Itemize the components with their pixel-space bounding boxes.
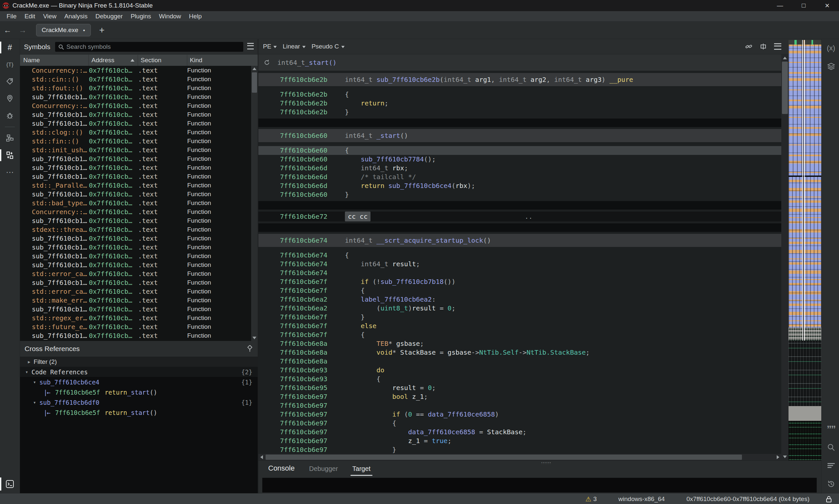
column-header-name[interactable]: Name [20,55,89,66]
minimize-button[interactable]: — [768,0,792,11]
code-line[interactable]: 7ff610cb6e97 if (0 == data_7ff610ce6858) [258,410,781,419]
symbol-row[interactable]: std::_Paralle…0x7ff610cb….textFunction [20,181,258,190]
tab-crackme[interactable]: CrackMe.exe ● [36,24,91,36]
menu-view[interactable]: View [39,11,60,21]
symbol-row[interactable]: std::make_err…0x7ff610cb….textFunction [20,296,258,305]
new-tab-button[interactable]: + [99,27,105,33]
symbol-row[interactable]: std::regex_er…0x7ff610cb….textFunction [20,313,258,322]
view-language-dropdown[interactable]: Pseudo C [311,43,347,50]
scroll-left-icon[interactable] [258,454,265,461]
scrollbar-thumb[interactable] [782,61,788,114]
symbols-panel-icon[interactable]: # [0,39,20,56]
status-warnings[interactable]: ⚠ 3 [585,495,597,503]
code-line[interactable]: 7ff610cb6e6d return sub_7ff610cb6ce4(rbx… [258,181,781,190]
scroll-right-icon[interactable] [775,454,781,461]
lock-icon[interactable] [826,496,832,503]
terminal-panel-icon[interactable] [0,475,20,493]
code-line[interactable]: 7ff610cb6e7f } [258,313,781,322]
code-line[interactable]: 7ff610cb6e2b{ [258,90,781,99]
menu-help[interactable]: Help [185,11,206,21]
code-line[interactable]: 7ff610cb6e8a void* StackBase = gsbase->N… [258,348,781,357]
code-line[interactable]: 7ff610cb6e97 z_1 = true; [258,436,781,445]
code-line[interactable]: 7ff610cb6e97 { [258,419,781,428]
symbol-row[interactable]: sub_7ff610cb1…0x7ff610cb….textFunction [20,260,258,269]
code-line[interactable]: 7ff610cb6e74 [258,269,781,277]
symbol-row[interactable]: Concurrency::…0x7ff610cb….textFunction [20,207,258,216]
log-panel-icon[interactable] [822,456,839,475]
menu-plugins[interactable]: Plugins [126,11,155,21]
code-line[interactable]: 7ff610cb6e95 result = 0; [258,383,781,392]
code-line[interactable]: 7ff610cb6e7f { [258,330,781,339]
menu-debugger[interactable]: Debugger [91,11,126,21]
xref-filter-row[interactable]: ▸Filter (2) [20,357,258,367]
scroll-up-icon[interactable] [251,66,258,72]
console-tab-console[interactable]: Console [268,464,295,474]
symbol-row[interactable]: std::init_ush…0x7ff610cb….textFunction [20,145,258,154]
find-panel-icon[interactable] [822,438,839,456]
variables-panel-icon[interactable]: (x) [822,39,839,57]
panel-resize-handle[interactable]: •••••••••••• [540,462,553,464]
symbol-row[interactable]: Concurrency::…0x7ff610cb….textFunction [20,101,258,110]
menu-edit[interactable]: Edit [21,11,39,21]
code-line[interactable]: 7ff610cb6e2b return; [258,99,781,108]
nav-forward-icon[interactable]: → [15,25,30,35]
code-line[interactable]: 7ff610cb6e97 bool z_1; [258,392,781,401]
symbol-row[interactable]: std::cin::()0x7ff610cb….textFunction [20,75,258,84]
code-line[interactable]: 7ff610cb6e6d /* tailcall */ [258,173,781,181]
symbols-scrollbar[interactable] [251,66,258,341]
status-platform[interactable]: windows-x86_64 [618,496,665,503]
scroll-down-icon[interactable] [251,335,258,341]
column-header-address[interactable]: Address [89,55,138,66]
view-layout-dropdown[interactable]: Linear [282,43,309,50]
symbol-row[interactable]: sub_7ff610cb1…0x7ff610cb….textFunction [20,305,258,313]
console-tab-debugger[interactable]: Debugger [309,465,338,474]
xref-function-row[interactable]: ▾sub_7ff610cb6ce4{1} [20,377,258,387]
tab-modified-dot[interactable]: ● [83,28,85,32]
symbol-row[interactable]: std::future_e…0x7ff610cb….textFunction [20,322,258,331]
view-options-menu-icon[interactable] [774,43,781,50]
symbol-row[interactable]: sub_7ff610cb1…0x7ff610cb….textFunction [20,163,258,172]
symbol-row[interactable]: stdext::threa…0x7ff610cb….textFunction [20,225,258,234]
code-line[interactable]: 7ff610cb6e2b} [258,108,781,116]
search-symbols-input[interactable]: Search symbols [55,42,243,52]
code-line[interactable]: 7ff610cb6e97 data_7ff610ce6858 = StackBa… [258,428,781,436]
symbol-row[interactable]: std::error_ca…0x7ff610cb….textFunction [20,287,258,296]
code-line[interactable]: 7ff610cb6e7f if (!sub_7ff610cb7b18()) [258,277,781,286]
symbol-row[interactable]: std::clog::()0x7ff610cb….textFunction [20,128,258,137]
code-line[interactable]: 7ff610cb6e6d int64_t rbx; [258,164,781,173]
symbol-row[interactable]: sub_7ff610cb1…0x7ff610cb….textFunction [20,331,258,340]
symbol-row[interactable]: std::bad_type…0x7ff610cb….textFunction [20,198,258,207]
symbol-row[interactable]: sub_7ff610cb1…0x7ff610cb….textFunction [20,154,258,163]
maximize-button[interactable]: □ [792,0,816,11]
xref-reference-row[interactable]: |←7ff610cb6e5freturn _start() [20,408,258,417]
code-line[interactable]: 7ff610cb6e60} [258,190,781,199]
code-line[interactable]: 7ff610cb6e93 do [258,366,781,375]
split-view-icon[interactable] [760,43,767,50]
symbol-row[interactable]: Concurrency::…0x7ff610cb….textFunction [20,66,258,75]
xref-reference-row[interactable]: |←7ff610cb6e5freturn _start() [20,387,258,397]
menu-analysis[interactable]: Analysis [60,11,91,21]
nav-back-icon[interactable]: ← [0,25,15,35]
stack-panel-icon[interactable] [822,57,839,76]
scroll-down-icon[interactable] [781,454,788,460]
horizontal-scrollbar[interactable] [258,454,781,461]
symbol-row[interactable]: sub_7ff610cb1…0x7ff610cb….textFunction [20,216,258,225]
code-line[interactable]: 7ff610cb6e97 } [258,445,781,454]
code-line[interactable]: 7ff610cb6e8a TEB* gsbase; [258,339,781,348]
code-line[interactable]: 7ff610cb6ea2 (uint8_t)result = 0; [258,304,781,313]
feature-map-cursor[interactable] [802,40,805,341]
code-line[interactable]: 7ff610cb6e97 [258,401,781,410]
code-line[interactable]: 7ff610cb6e74 int64_t result; [258,260,781,269]
cross-references-panel-icon[interactable] [0,147,20,164]
symbol-row[interactable]: sub_7ff610cb1…0x7ff610cb….textFunction [20,278,258,287]
types-panel-icon[interactable]: {T} [0,56,20,73]
symbol-row[interactable]: sub_7ff610cb1…0x7ff610cb….textFunction [20,172,258,181]
symbol-row[interactable]: sub_7ff610cb1…0x7ff610cb….textFunction [20,252,258,260]
symbols-menu-icon[interactable] [247,43,254,51]
tags-panel-icon[interactable] [0,73,20,90]
close-button[interactable]: × [816,0,839,11]
scrollbar-thumb[interactable] [252,72,257,93]
memory-map-panel-icon[interactable] [0,90,20,107]
symbol-row[interactable]: std::fout::()0x7ff610cb….textFunction [20,84,258,92]
symbol-row[interactable]: sub_7ff610cb1…0x7ff610cb….textFunction [20,119,258,128]
